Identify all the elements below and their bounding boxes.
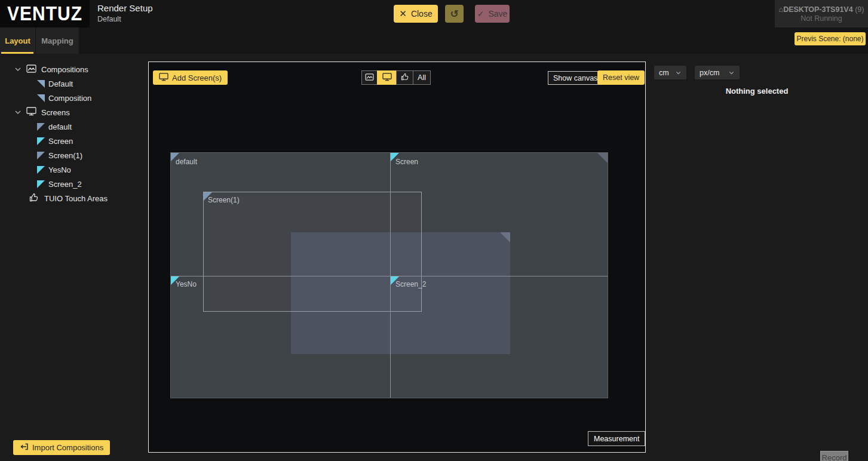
filter-touch-areas-button[interactable] bbox=[396, 70, 413, 85]
screen-corner-icon bbox=[37, 180, 45, 188]
import-icon bbox=[20, 442, 29, 453]
unit-dropdown[interactable]: cm bbox=[654, 66, 686, 79]
tree-node-composition-composition[interactable]: Composition bbox=[0, 91, 148, 105]
add-screens-button[interactable]: Add Screen(s) bbox=[153, 70, 228, 85]
check-icon: ✓ bbox=[477, 9, 484, 19]
tree-label: Screen bbox=[48, 137, 73, 146]
machine-status: Not Running bbox=[800, 14, 842, 23]
save-button[interactable]: ✓ Save bbox=[475, 5, 510, 23]
screen-label: Screen_2 bbox=[395, 280, 426, 288]
ventuz-logo-text: VENTUZ bbox=[7, 3, 82, 25]
machine-count: (9) bbox=[855, 5, 864, 14]
composition-corner-icon bbox=[37, 94, 45, 102]
close-button-label: Close bbox=[411, 9, 433, 19]
machine-name: ⌂DESKTOP-3TS91V4 (9) bbox=[779, 5, 864, 14]
picture-icon bbox=[365, 73, 374, 82]
tree-label: Screen_2 bbox=[48, 180, 82, 189]
tree-node-screen-screen2[interactable]: Screen_2 bbox=[0, 177, 148, 191]
chevron-down-icon[interactable] bbox=[14, 65, 22, 74]
page-subtitle: Default bbox=[97, 15, 121, 23]
display-filter-group: All bbox=[362, 70, 431, 85]
tree-label: TUIO Touch Areas bbox=[44, 194, 108, 203]
tree-label: Composition bbox=[48, 94, 91, 103]
tree-label: Compositions bbox=[41, 65, 88, 74]
monitor-icon bbox=[159, 73, 168, 83]
show-canvas-label: Show canvas bbox=[553, 74, 597, 82]
record-button[interactable]: Record bbox=[820, 451, 848, 461]
show-canvas-button[interactable]: Show canvas bbox=[548, 71, 603, 85]
reset-view-button[interactable]: Reset view bbox=[597, 70, 645, 85]
monitor-icon bbox=[382, 73, 392, 83]
chevron-down-icon bbox=[675, 70, 682, 75]
sidebar-tree: Compositions Default Composition Screens… bbox=[0, 62, 148, 205]
chevron-down-icon[interactable] bbox=[14, 108, 22, 117]
tab-mapping-label: Mapping bbox=[41, 36, 73, 45]
tree-node-screen-yesno[interactable]: YesNo bbox=[0, 162, 148, 177]
screen-corner-icon bbox=[37, 166, 45, 174]
resolution-unit-value: px/cm bbox=[700, 69, 719, 77]
measurement-button[interactable]: Measurement bbox=[588, 431, 645, 446]
add-screens-label: Add Screen(s) bbox=[172, 73, 222, 82]
tab-layout[interactable]: Layout bbox=[0, 27, 35, 54]
tree-node-composition-default[interactable]: Default bbox=[0, 76, 148, 91]
picture-icon bbox=[26, 64, 36, 75]
tree-node-screen-screen1[interactable]: Screen(1) bbox=[0, 148, 148, 162]
import-compositions-label: Import Compositions bbox=[32, 443, 103, 452]
ventuz-logo: VENTUZ bbox=[0, 0, 90, 27]
tree-label: YesNo bbox=[48, 165, 71, 174]
tree-node-compositions[interactable]: Compositions bbox=[0, 62, 148, 76]
screen-corner-icon bbox=[37, 152, 45, 159]
close-button[interactable]: ✕ Close bbox=[394, 5, 438, 23]
tree-node-screens[interactable]: Screens bbox=[0, 105, 148, 119]
thumbs-up-icon bbox=[29, 193, 39, 204]
tab-layout-label: Layout bbox=[5, 36, 30, 45]
filter-screens-button[interactable] bbox=[377, 70, 397, 85]
active-tab-underline bbox=[1, 52, 33, 54]
chevron-down-icon bbox=[728, 70, 735, 75]
page-title: Render Setup bbox=[97, 3, 153, 13]
screen-label: YesNo bbox=[176, 280, 197, 288]
previs-scene-label: Previs Scene: (none) bbox=[796, 35, 863, 43]
unit-dropdown-value: cm bbox=[659, 69, 669, 77]
monitor-icon bbox=[26, 107, 36, 118]
filter-all-button[interactable]: All bbox=[413, 70, 431, 85]
screen-label: default bbox=[176, 158, 197, 166]
close-icon: ✕ bbox=[399, 8, 407, 19]
screens-grid[interactable]: Screen(1) default Screen YesNo Screen_2 bbox=[170, 152, 608, 398]
filter-all-label: All bbox=[418, 73, 426, 82]
screen-label: Screen(1) bbox=[208, 196, 240, 204]
tree-label: Default bbox=[48, 79, 73, 88]
save-button-label: Save bbox=[488, 9, 507, 19]
filter-compositions-button[interactable] bbox=[361, 70, 378, 85]
tree-label: default bbox=[48, 122, 72, 131]
resolution-unit-dropdown[interactable]: px/cm bbox=[695, 66, 740, 79]
composition-corner-icon bbox=[500, 232, 510, 242]
screen-corner-icon bbox=[37, 123, 45, 131]
selection-status-text: Nothing selected bbox=[646, 87, 868, 96]
screen-label: Screen bbox=[395, 158, 418, 166]
record-label: Record bbox=[822, 453, 847, 461]
grid-divider-vertical bbox=[390, 153, 391, 398]
tree-label: Screens bbox=[41, 108, 70, 117]
tree-label: Screen(1) bbox=[48, 151, 82, 160]
previs-scene-button[interactable]: Previs Scene: (none) bbox=[795, 32, 866, 45]
reset-view-label: Reset view bbox=[603, 73, 639, 82]
screen-rect-screen1[interactable]: Screen(1) bbox=[203, 192, 422, 312]
tab-mapping[interactable]: Mapping bbox=[36, 27, 79, 54]
composition-corner-icon bbox=[37, 80, 45, 88]
tree-node-screen-default[interactable]: default bbox=[0, 119, 148, 134]
top-bar: VENTUZ Render Setup Default ✕ Close ↺ ✓ … bbox=[0, 0, 868, 27]
machine-status-box[interactable]: ⌂DESKTOP-3TS91V4 (9) Not Running bbox=[775, 0, 868, 27]
tree-node-tuio[interactable]: TUIO Touch Areas bbox=[0, 191, 148, 205]
grid-divider-horizontal bbox=[171, 276, 608, 276]
measurement-label: Measurement bbox=[594, 435, 639, 443]
tree-node-screen-screen[interactable]: Screen bbox=[0, 134, 148, 148]
composition-default-corner-icon bbox=[597, 153, 608, 163]
import-compositions-button[interactable]: Import Compositions bbox=[13, 440, 110, 455]
revert-button[interactable]: ↺ bbox=[445, 5, 464, 23]
thumbs-up-icon bbox=[401, 73, 409, 82]
tab-bar: Layout Mapping Previs Scene: (none) bbox=[0, 27, 868, 54]
screen-corner-icon bbox=[37, 137, 45, 145]
revert-icon: ↺ bbox=[450, 8, 458, 20]
